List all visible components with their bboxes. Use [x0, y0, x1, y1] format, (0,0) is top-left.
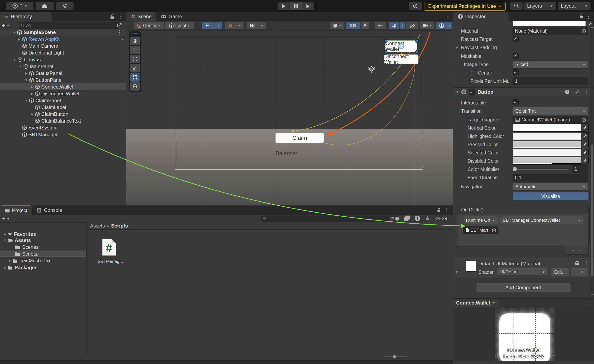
kebab-menu-icon[interactable]: ⋮: [445, 13, 451, 20]
kebab-menu-icon[interactable]: ⋮: [444, 207, 449, 214]
claim-ui-button[interactable]: Claim: [276, 133, 324, 143]
tab-hierarchy[interactable]: ☰ Hierarchy: [0, 12, 52, 21]
color-multiplier-field[interactable]: 1: [572, 165, 588, 173]
hierarchy-item-statuspanel[interactable]: ▶ StatusPanel: [0, 70, 126, 77]
foldout-closed-icon[interactable]: ▶: [7, 259, 12, 263]
hierarchy-item-connectwallet[interactable]: ▶ ConnectWallet: [0, 83, 126, 90]
project-tree-assets[interactable]: ▼ Assets: [0, 237, 86, 244]
open-window-icon[interactable]: [390, 216, 394, 221]
hierarchy-item-sbtmanager[interactable]: SBTManager: [0, 131, 126, 138]
foldout-open-icon[interactable]: ▼: [24, 99, 28, 102]
hierarchy-item-directional-light[interactable]: Directional Light: [0, 49, 126, 56]
gizmos-dropdown[interactable]: ▼: [447, 22, 452, 29]
lock-icon[interactable]: [579, 14, 584, 19]
rect-handle-top-right[interactable]: [415, 39, 419, 43]
foldout-closed-icon[interactable]: ▶: [456, 46, 458, 49]
connect-wallet-ui-button[interactable]: Connect Wallet: [386, 41, 417, 52]
slider-thumb[interactable]: [513, 167, 517, 171]
play-button[interactable]: [277, 2, 290, 10]
search-button[interactable]: [510, 2, 523, 10]
hierarchy-item-samplescene[interactable]: ▼ SampleScene ⋮: [0, 29, 126, 36]
asset-item-sbtmanager[interactable]: SBTManag...: [98, 238, 120, 264]
project-tree-scenes[interactable]: Scenes: [0, 244, 86, 250]
hidden-count-toggle[interactable]: 29: [435, 216, 447, 221]
hierarchy-search-input[interactable]: All: [19, 22, 121, 29]
object-picker-icon[interactable]: [581, 117, 586, 122]
transform-tool-button[interactable]: [130, 82, 140, 91]
hierarchy-item-main-camera[interactable]: Main Camera: [0, 42, 126, 49]
color-swatch-partial[interactable]: [513, 21, 586, 27]
tab-inspector[interactable]: Inspector: [453, 12, 508, 21]
scroll-up-icon[interactable]: ▲: [591, 25, 593, 28]
project-tree-scripts[interactable]: Scripts: [0, 250, 86, 257]
snap-increment-button[interactable]: [247, 22, 258, 29]
drag-handle-icon[interactable]: =: [459, 218, 462, 223]
hierarchy-item-claimlabel[interactable]: ClaimLabel: [0, 104, 126, 111]
account-button[interactable]: P ▼: [6, 2, 34, 10]
slider-thumb[interactable]: [393, 355, 396, 358]
2d-toggle[interactable]: 2D: [346, 22, 360, 29]
hierarchy-item-eventsystem[interactable]: EventSystem: [0, 124, 126, 131]
step-button[interactable]: [302, 2, 314, 10]
shader-edit-button[interactable]: Edit...: [551, 268, 569, 276]
layers-dropdown[interactable]: Layers ▼: [524, 2, 556, 10]
presets-icon[interactable]: [574, 89, 580, 94]
hand-tool-button[interactable]: [130, 37, 140, 45]
eyedropper-button[interactable]: [581, 124, 589, 132]
scene-visibility-toggle[interactable]: [406, 22, 418, 29]
material-menu-button[interactable]: ☰▼: [570, 268, 589, 276]
disabled-color-swatch[interactable]: [513, 157, 581, 165]
hierarchy-item-mainpanel[interactable]: ▼ MainPanel: [0, 63, 126, 70]
foldout-closed-icon[interactable]: ▶: [17, 37, 21, 41]
pivot-mode-dropdown[interactable]: Center ▼: [134, 22, 164, 29]
rect-tool-button[interactable]: [130, 73, 140, 81]
project-tree-packages[interactable]: ▶ Packages: [0, 264, 86, 271]
tab-game[interactable]: Game: [156, 12, 187, 21]
grid-snap-dropdown[interactable]: ▼: [215, 22, 222, 29]
object-picker-icon[interactable]: [492, 228, 497, 233]
foldout-open-icon[interactable]: ▼: [2, 238, 7, 242]
foldout-closed-icon[interactable]: ▶: [2, 232, 7, 236]
hierarchy-item-claimbalancetext[interactable]: ClaimBalanceText: [0, 117, 126, 124]
scene-lighting-toggle[interactable]: [361, 22, 369, 29]
foldout-closed-icon[interactable]: ▶: [24, 71, 28, 75]
move-tool-button[interactable]: [130, 46, 140, 54]
project-tree-favorites[interactable]: ▶ ★ Favorites: [0, 231, 86, 237]
image-type-dropdown[interactable]: Sliced ▼: [513, 61, 588, 68]
inspector-scrollbar[interactable]: ▲ ▼: [590, 25, 594, 297]
scene-effects-dropdown[interactable]: ▼: [400, 22, 405, 29]
favorites-star-icon[interactable]: ★: [425, 215, 430, 222]
preview-title-dropdown[interactable]: ConnectWallet ▼: [453, 299, 500, 307]
importance-icon[interactable]: !: [415, 216, 420, 221]
foldout-closed-icon[interactable]: ▶: [30, 92, 34, 96]
grid-snap-toggle[interactable]: [202, 22, 215, 29]
foldout-closed-icon[interactable]: ▶: [2, 266, 7, 270]
gizmos-toggle[interactable]: [436, 22, 447, 29]
kebab-menu-icon[interactable]: ⋮: [117, 29, 122, 35]
normal-color-swatch[interactable]: [513, 124, 581, 132]
preview-drag-handle[interactable]: [502, 302, 582, 302]
hierarchy-item-reown-appkit[interactable]: ▶ Reown AppKit ›: [0, 36, 126, 42]
foldout-open-icon[interactable]: ▼: [18, 65, 23, 68]
kebab-menu-icon[interactable]: ⋮: [585, 300, 591, 306]
thumbnail-zoom-slider[interactable]: [385, 356, 406, 357]
pause-button[interactable]: [290, 2, 302, 10]
project-tree-textmeshpro[interactable]: ▶ TextMesh Pro: [0, 257, 86, 264]
overlay-drag-handle[interactable]: [132, 33, 138, 35]
event-state-dropdown[interactable]: Runtime On ▼: [463, 216, 498, 224]
project-create-button[interactable]: +▼: [2, 215, 10, 222]
undo-history-button[interactable]: [409, 2, 422, 10]
event-method-dropdown[interactable]: SBTManager.ConnectWallet ▼: [500, 216, 584, 224]
disconnect-wallet-ui-button[interactable]: Disconnect Wallet: [384, 54, 418, 64]
project-divider[interactable]: [86, 222, 87, 354]
hierarchy-item-claimpanel[interactable]: ▼ ClaimPanel: [0, 97, 126, 104]
snap-dropdown[interactable]: ▼: [236, 22, 243, 29]
selected-color-swatch[interactable]: [513, 149, 581, 156]
layout-dropdown[interactable]: Layout ▼: [558, 2, 590, 10]
search-by-type-icon[interactable]: [394, 216, 399, 221]
hierarchy-create-button[interactable]: +▼: [2, 22, 9, 29]
breadcrumb-current[interactable]: Scripts: [111, 223, 128, 229]
snap-toggle[interactable]: [225, 22, 236, 29]
transition-dropdown[interactable]: Color Tint ▼: [513, 107, 588, 115]
fill-center-checkbox[interactable]: [513, 69, 519, 75]
